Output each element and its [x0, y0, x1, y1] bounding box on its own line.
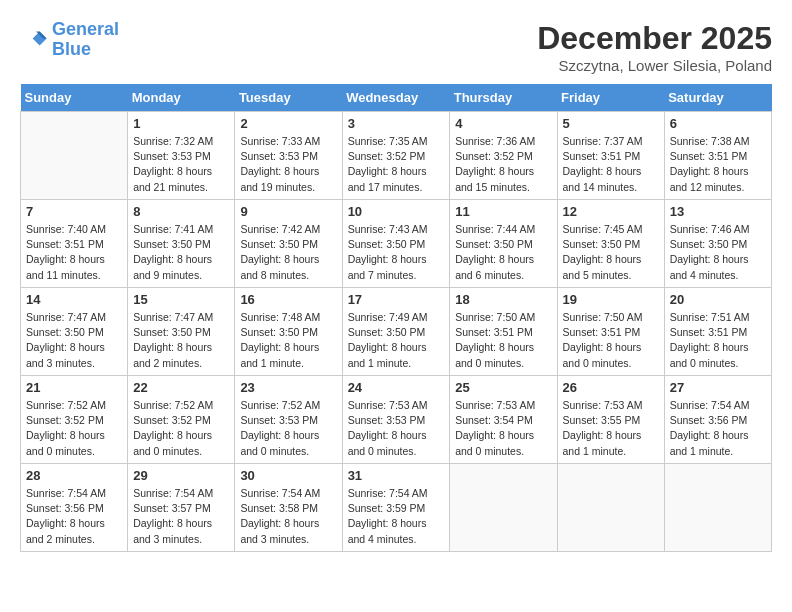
day-info: Sunrise: 7:50 AMSunset: 3:51 PMDaylight:… — [455, 310, 551, 371]
calendar-week-row: 28Sunrise: 7:54 AMSunset: 3:56 PMDayligh… — [21, 464, 772, 552]
calendar-cell: 7Sunrise: 7:40 AMSunset: 3:51 PMDaylight… — [21, 200, 128, 288]
calendar-cell: 9Sunrise: 7:42 AMSunset: 3:50 PMDaylight… — [235, 200, 342, 288]
page-header: General Blue December 2025 Szczytna, Low… — [20, 20, 772, 74]
month-title: December 2025 — [537, 20, 772, 57]
day-number: 6 — [670, 116, 766, 131]
day-info: Sunrise: 7:41 AMSunset: 3:50 PMDaylight:… — [133, 222, 229, 283]
day-number: 21 — [26, 380, 122, 395]
calendar-cell: 19Sunrise: 7:50 AMSunset: 3:51 PMDayligh… — [557, 288, 664, 376]
calendar-cell: 8Sunrise: 7:41 AMSunset: 3:50 PMDaylight… — [128, 200, 235, 288]
day-number: 20 — [670, 292, 766, 307]
day-info: Sunrise: 7:33 AMSunset: 3:53 PMDaylight:… — [240, 134, 336, 195]
day-number: 18 — [455, 292, 551, 307]
calendar-cell: 3Sunrise: 7:35 AMSunset: 3:52 PMDaylight… — [342, 112, 450, 200]
day-info: Sunrise: 7:48 AMSunset: 3:50 PMDaylight:… — [240, 310, 336, 371]
calendar-cell: 25Sunrise: 7:53 AMSunset: 3:54 PMDayligh… — [450, 376, 557, 464]
calendar-table: SundayMondayTuesdayWednesdayThursdayFrid… — [20, 84, 772, 552]
day-info: Sunrise: 7:52 AMSunset: 3:53 PMDaylight:… — [240, 398, 336, 459]
day-number: 10 — [348, 204, 445, 219]
day-info: Sunrise: 7:54 AMSunset: 3:59 PMDaylight:… — [348, 486, 445, 547]
day-header-sunday: Sunday — [21, 84, 128, 112]
calendar-cell: 4Sunrise: 7:36 AMSunset: 3:52 PMDaylight… — [450, 112, 557, 200]
calendar-cell: 27Sunrise: 7:54 AMSunset: 3:56 PMDayligh… — [664, 376, 771, 464]
day-number: 1 — [133, 116, 229, 131]
day-number: 31 — [348, 468, 445, 483]
day-number: 29 — [133, 468, 229, 483]
calendar-cell — [21, 112, 128, 200]
day-info: Sunrise: 7:54 AMSunset: 3:58 PMDaylight:… — [240, 486, 336, 547]
day-info: Sunrise: 7:32 AMSunset: 3:53 PMDaylight:… — [133, 134, 229, 195]
day-info: Sunrise: 7:52 AMSunset: 3:52 PMDaylight:… — [133, 398, 229, 459]
day-header-friday: Friday — [557, 84, 664, 112]
day-number: 4 — [455, 116, 551, 131]
day-info: Sunrise: 7:47 AMSunset: 3:50 PMDaylight:… — [133, 310, 229, 371]
day-number: 30 — [240, 468, 336, 483]
day-info: Sunrise: 7:53 AMSunset: 3:54 PMDaylight:… — [455, 398, 551, 459]
day-number: 3 — [348, 116, 445, 131]
day-info: Sunrise: 7:44 AMSunset: 3:50 PMDaylight:… — [455, 222, 551, 283]
day-header-wednesday: Wednesday — [342, 84, 450, 112]
calendar-cell: 14Sunrise: 7:47 AMSunset: 3:50 PMDayligh… — [21, 288, 128, 376]
calendar-cell: 28Sunrise: 7:54 AMSunset: 3:56 PMDayligh… — [21, 464, 128, 552]
day-number: 12 — [563, 204, 659, 219]
calendar-cell: 15Sunrise: 7:47 AMSunset: 3:50 PMDayligh… — [128, 288, 235, 376]
logo-icon — [20, 26, 48, 54]
calendar-cell: 13Sunrise: 7:46 AMSunset: 3:50 PMDayligh… — [664, 200, 771, 288]
calendar-cell — [557, 464, 664, 552]
day-number: 16 — [240, 292, 336, 307]
day-number: 26 — [563, 380, 659, 395]
day-number: 14 — [26, 292, 122, 307]
day-info: Sunrise: 7:45 AMSunset: 3:50 PMDaylight:… — [563, 222, 659, 283]
day-info: Sunrise: 7:54 AMSunset: 3:56 PMDaylight:… — [670, 398, 766, 459]
calendar-cell: 31Sunrise: 7:54 AMSunset: 3:59 PMDayligh… — [342, 464, 450, 552]
day-number: 7 — [26, 204, 122, 219]
calendar-week-row: 14Sunrise: 7:47 AMSunset: 3:50 PMDayligh… — [21, 288, 772, 376]
day-number: 2 — [240, 116, 336, 131]
day-info: Sunrise: 7:53 AMSunset: 3:53 PMDaylight:… — [348, 398, 445, 459]
calendar-cell: 24Sunrise: 7:53 AMSunset: 3:53 PMDayligh… — [342, 376, 450, 464]
day-info: Sunrise: 7:54 AMSunset: 3:57 PMDaylight:… — [133, 486, 229, 547]
calendar-cell: 5Sunrise: 7:37 AMSunset: 3:51 PMDaylight… — [557, 112, 664, 200]
calendar-header-row: SundayMondayTuesdayWednesdayThursdayFrid… — [21, 84, 772, 112]
calendar-cell: 16Sunrise: 7:48 AMSunset: 3:50 PMDayligh… — [235, 288, 342, 376]
location: Szczytna, Lower Silesia, Poland — [537, 57, 772, 74]
day-info: Sunrise: 7:37 AMSunset: 3:51 PMDaylight:… — [563, 134, 659, 195]
calendar-week-row: 7Sunrise: 7:40 AMSunset: 3:51 PMDaylight… — [21, 200, 772, 288]
day-number: 9 — [240, 204, 336, 219]
day-number: 22 — [133, 380, 229, 395]
logo-text: General Blue — [52, 20, 119, 60]
day-info: Sunrise: 7:42 AMSunset: 3:50 PMDaylight:… — [240, 222, 336, 283]
day-header-tuesday: Tuesday — [235, 84, 342, 112]
day-info: Sunrise: 7:36 AMSunset: 3:52 PMDaylight:… — [455, 134, 551, 195]
calendar-cell: 30Sunrise: 7:54 AMSunset: 3:58 PMDayligh… — [235, 464, 342, 552]
title-block: December 2025 Szczytna, Lower Silesia, P… — [537, 20, 772, 74]
day-info: Sunrise: 7:53 AMSunset: 3:55 PMDaylight:… — [563, 398, 659, 459]
day-info: Sunrise: 7:47 AMSunset: 3:50 PMDaylight:… — [26, 310, 122, 371]
day-info: Sunrise: 7:43 AMSunset: 3:50 PMDaylight:… — [348, 222, 445, 283]
day-info: Sunrise: 7:38 AMSunset: 3:51 PMDaylight:… — [670, 134, 766, 195]
calendar-week-row: 21Sunrise: 7:52 AMSunset: 3:52 PMDayligh… — [21, 376, 772, 464]
calendar-cell: 17Sunrise: 7:49 AMSunset: 3:50 PMDayligh… — [342, 288, 450, 376]
day-info: Sunrise: 7:46 AMSunset: 3:50 PMDaylight:… — [670, 222, 766, 283]
day-number: 23 — [240, 380, 336, 395]
calendar-cell: 21Sunrise: 7:52 AMSunset: 3:52 PMDayligh… — [21, 376, 128, 464]
day-number: 19 — [563, 292, 659, 307]
calendar-cell: 12Sunrise: 7:45 AMSunset: 3:50 PMDayligh… — [557, 200, 664, 288]
logo: General Blue — [20, 20, 119, 60]
day-header-thursday: Thursday — [450, 84, 557, 112]
calendar-cell: 6Sunrise: 7:38 AMSunset: 3:51 PMDaylight… — [664, 112, 771, 200]
day-number: 17 — [348, 292, 445, 307]
calendar-cell: 2Sunrise: 7:33 AMSunset: 3:53 PMDaylight… — [235, 112, 342, 200]
day-info: Sunrise: 7:35 AMSunset: 3:52 PMDaylight:… — [348, 134, 445, 195]
day-number: 11 — [455, 204, 551, 219]
day-info: Sunrise: 7:40 AMSunset: 3:51 PMDaylight:… — [26, 222, 122, 283]
calendar-cell: 29Sunrise: 7:54 AMSunset: 3:57 PMDayligh… — [128, 464, 235, 552]
calendar-week-row: 1Sunrise: 7:32 AMSunset: 3:53 PMDaylight… — [21, 112, 772, 200]
day-number: 25 — [455, 380, 551, 395]
calendar-cell: 23Sunrise: 7:52 AMSunset: 3:53 PMDayligh… — [235, 376, 342, 464]
calendar-cell: 22Sunrise: 7:52 AMSunset: 3:52 PMDayligh… — [128, 376, 235, 464]
calendar-cell — [450, 464, 557, 552]
day-info: Sunrise: 7:52 AMSunset: 3:52 PMDaylight:… — [26, 398, 122, 459]
calendar-cell: 18Sunrise: 7:50 AMSunset: 3:51 PMDayligh… — [450, 288, 557, 376]
day-header-saturday: Saturday — [664, 84, 771, 112]
